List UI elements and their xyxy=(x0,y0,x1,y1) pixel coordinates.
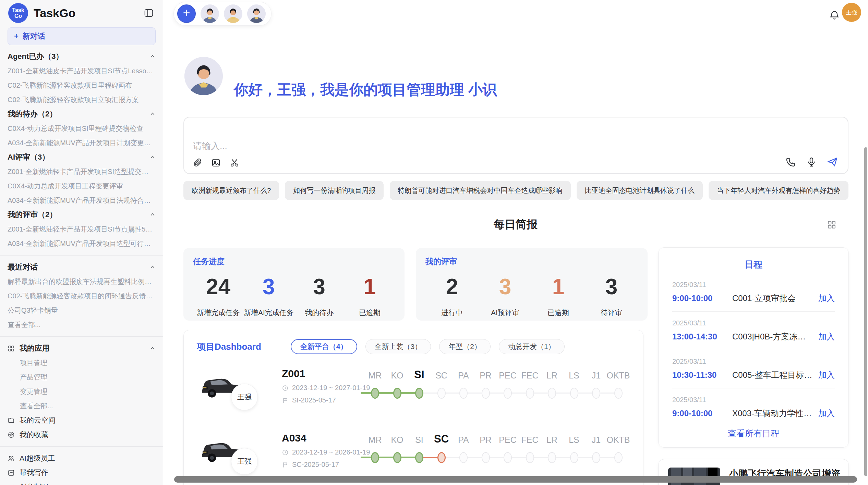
milestone-node[interactable] xyxy=(570,388,578,399)
stat-item: 3我的待办 xyxy=(294,276,345,318)
sidebar-item-favorites[interactable]: 我的收藏 xyxy=(0,427,163,442)
sidebar-item[interactable]: Z001-全新燃油轻卡产品开发项目SI节点属性5D文件评审 xyxy=(0,222,163,236)
chat-input[interactable]: 请输入... xyxy=(183,117,848,174)
scissors-icon[interactable] xyxy=(229,158,240,168)
new-chat-button[interactable]: + 新对话 xyxy=(8,27,156,45)
suggestion-chip[interactable]: 如何写一份清晰的项目周报 xyxy=(285,181,384,200)
sidebar-item[interactable]: A034-全新新能源MUV产品开发项目法规符合性评审 xyxy=(0,193,163,208)
project-code[interactable]: Z001 xyxy=(282,368,370,380)
sidebar-section-sec3[interactable]: 我的评审（2） xyxy=(0,208,163,222)
milestone-node[interactable] xyxy=(437,388,446,399)
notification-bell-icon[interactable] xyxy=(829,10,840,21)
milestone-node[interactable] xyxy=(437,452,446,463)
milestone-node[interactable] xyxy=(415,388,423,399)
suggestion-chip[interactable]: 当下年轻人对汽车外观有怎样的喜好趋势 xyxy=(709,181,848,200)
image-icon[interactable] xyxy=(211,158,221,168)
milestone-label: PR xyxy=(480,371,492,381)
sidebar-item[interactable]: C02-飞腾新能源轻客改款项目立项汇报方案 xyxy=(0,92,163,107)
horizontal-scrollbar[interactable] xyxy=(174,476,857,483)
sidebar-divider xyxy=(0,255,163,256)
member-avatar-2[interactable] xyxy=(224,4,242,23)
sidebar-section-sec2[interactable]: AI评审（3） xyxy=(0,150,163,164)
app-item[interactable]: 项目管理 xyxy=(0,356,163,370)
milestone-node[interactable] xyxy=(504,452,512,463)
add-assistant-button[interactable]: + xyxy=(177,4,196,23)
sidebar-section-recent[interactable]: 最近对话 xyxy=(0,260,163,274)
milestone-node[interactable] xyxy=(548,388,556,399)
app-title: TaskGo xyxy=(34,7,143,20)
milestone-node[interactable] xyxy=(614,452,623,463)
attachment-icon[interactable] xyxy=(192,158,203,168)
sidebar-section-my-apps[interactable]: 我的应用 xyxy=(0,341,163,356)
member-avatar-1[interactable] xyxy=(201,4,219,23)
join-button[interactable]: 加入 xyxy=(818,370,835,381)
sidebar-item[interactable]: C02-飞腾新能源轻客改款项目里程碑画布 xyxy=(0,78,163,92)
sidebar-item-label: Z001-全新燃油轻卡产品开发项目SI节点属性5D文件评审 xyxy=(8,225,155,234)
milestone-node[interactable] xyxy=(415,452,423,463)
milestone-node[interactable] xyxy=(459,388,468,399)
milestone-node[interactable] xyxy=(570,452,578,463)
milestone-node[interactable] xyxy=(371,452,379,463)
dashboard-filter-tab[interactable]: 动总开发（1） xyxy=(499,339,565,354)
join-button[interactable]: 加入 xyxy=(818,331,835,342)
milestone-node[interactable] xyxy=(371,388,379,399)
app-item[interactable]: 产品管理 xyxy=(0,370,163,384)
sidebar-section-sec0[interactable]: Agent已办（3） xyxy=(0,49,163,64)
recent-chat-item[interactable]: 解释最新出台的欧盟报废车法规再生塑料比例被调至15%... xyxy=(0,274,163,289)
milestone-node[interactable] xyxy=(393,452,401,463)
sidebar-item[interactable]: C0X4-动力总成开发项目工程变更评审 xyxy=(0,179,163,193)
app-item[interactable]: 变更管理 xyxy=(0,384,163,399)
milestone-node[interactable] xyxy=(548,452,556,463)
stats-row: 任务进度24新增完成任务3新增AI完成任务3我的待办1已逾期我的评审2进行中3A… xyxy=(183,248,648,321)
suggestion-chip[interactable]: 比亚迪全固态电池计划具体说了什么 xyxy=(577,181,703,200)
milestone-node[interactable] xyxy=(482,388,490,399)
sidebar-collapse-icon[interactable] xyxy=(143,7,155,19)
sidebar-item-creative-drawing[interactable]: 创意制图 xyxy=(0,480,163,485)
milestone-node[interactable] xyxy=(526,388,534,399)
milestone-node[interactable] xyxy=(592,388,600,399)
flag-icon xyxy=(282,461,289,468)
milestone-label: LS xyxy=(569,371,579,381)
dashboard-filter-tab[interactable]: 全新平台（4） xyxy=(291,339,357,354)
sidebar-section-sec1[interactable]: 我的待办（2） xyxy=(0,107,163,121)
join-button[interactable]: 加入 xyxy=(818,408,835,419)
sidebar-item[interactable]: A034-全新新能源MUV产品开发项目造型可行性评审 xyxy=(0,236,163,251)
member-avatar-3[interactable] xyxy=(247,4,266,23)
milestone-node[interactable] xyxy=(526,452,534,463)
view-all-recent[interactable]: 查看全部... xyxy=(0,318,163,332)
sidebar-item[interactable]: C0X4-动力总成开发项目SI里程碑提交物检查 xyxy=(0,121,163,136)
suggestion-chip[interactable]: 欧洲新规最近颁布了什么? xyxy=(183,181,279,200)
phone-icon[interactable] xyxy=(785,157,796,167)
join-button[interactable]: 加入 xyxy=(818,293,835,304)
app-item[interactable]: 查看全部... xyxy=(0,399,163,413)
dashboard-filter-tab[interactable]: 年型（2） xyxy=(439,339,491,354)
milestone-node[interactable] xyxy=(482,452,490,463)
microphone-icon[interactable] xyxy=(806,157,817,167)
sidebar-item[interactable]: A034-全新新能源MUV产品开发项目计划变更表编写 xyxy=(0,136,163,150)
milestone-label: PA xyxy=(458,371,469,381)
vertical-scrollbar[interactable] xyxy=(864,147,867,476)
milestone-node[interactable] xyxy=(459,452,468,463)
recent-chat-item[interactable]: 公司Q3轻卡销量 xyxy=(0,303,163,318)
sidebar-item-cloud-space[interactable]: 我的云空间 xyxy=(0,413,163,427)
stat-value: 24 xyxy=(193,276,243,298)
suggestion-chip[interactable]: 特朗普可能对进口汽车增税会对中国车企造成哪些影响 xyxy=(390,181,571,200)
user-avatar[interactable]: 王强 xyxy=(842,3,861,22)
project-code[interactable]: A034 xyxy=(282,432,370,444)
view-all-schedule-link[interactable]: 查看所有日程 xyxy=(672,428,835,439)
sidebar-item[interactable]: Z001-全新燃油皮卡产品开发项目SI节点Lesson Learn报告 xyxy=(0,64,163,78)
schedule-item: 2025/03/119:00-10:00X003-车辆动力学性能验...加入 xyxy=(672,396,835,419)
sidebar-item[interactable]: Z001-全新燃油轻卡产品开发项目SI造型提交物评审 xyxy=(0,164,163,179)
section-title: 最近对话 xyxy=(8,262,38,272)
milestone-node[interactable] xyxy=(504,388,512,399)
dashboard-filter-tab[interactable]: 全新上装（3） xyxy=(365,339,431,354)
milestone-node[interactable] xyxy=(393,388,401,399)
milestone-node[interactable] xyxy=(592,452,600,463)
tool-label: AI超级员工 xyxy=(20,453,55,463)
layout-grid-icon[interactable] xyxy=(827,220,836,229)
sidebar-item-ai-super-staff[interactable]: AI超级员工 xyxy=(0,451,163,465)
send-icon[interactable] xyxy=(827,156,838,168)
milestone-node[interactable] xyxy=(614,388,623,399)
recent-chat-item[interactable]: C02-飞腾新能源轻客改款项目的闭环通告反馈情况 xyxy=(0,289,163,303)
sidebar-item-help-me-write[interactable]: 帮我写作 xyxy=(0,465,163,480)
